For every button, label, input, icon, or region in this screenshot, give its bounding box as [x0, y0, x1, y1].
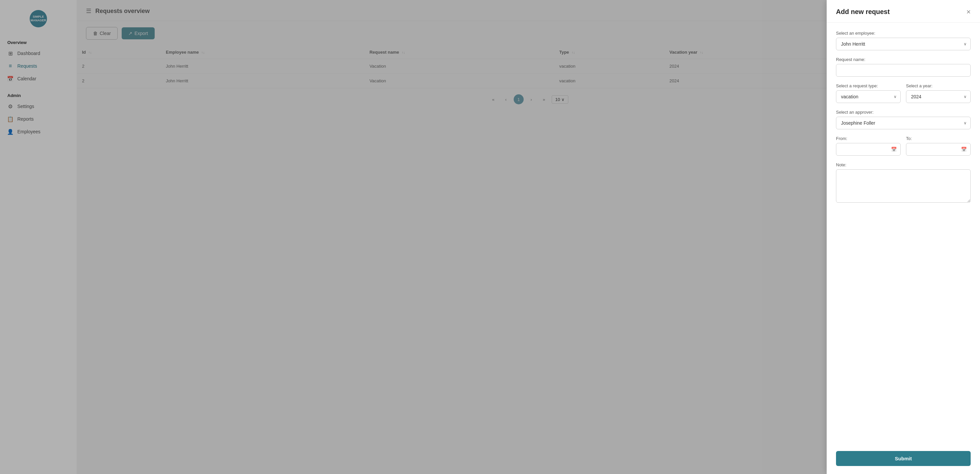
to-group: To: 📅: [906, 136, 970, 156]
employee-select[interactable]: John Herritt: [836, 38, 970, 50]
approver-label: Select an approver:: [836, 110, 970, 115]
from-to-row: From: 📅 To: 📅: [836, 136, 970, 162]
note-textarea[interactable]: [836, 169, 970, 203]
to-date-wrapper: 📅: [906, 143, 970, 156]
approver-select-wrapper: Josephine Foller ∨: [836, 117, 970, 129]
from-date-input[interactable]: [836, 143, 900, 156]
note-group: Note:: [836, 162, 970, 204]
from-group: From: 📅: [836, 136, 900, 156]
request-type-select[interactable]: vacation sick leave personal: [836, 90, 900, 103]
request-type-group: Select a request type: vacation sick lea…: [836, 83, 900, 103]
request-type-select-wrapper: vacation sick leave personal ∨: [836, 90, 900, 103]
year-label: Select a year:: [906, 83, 970, 88]
year-group: Select a year: 2024 2023 2025 ∨: [906, 83, 970, 103]
employee-group: Select an employee: John Herritt ∨: [836, 31, 970, 50]
modal-panel: Add new request × Select an employee: Jo…: [827, 0, 980, 474]
modal-header: Add new request ×: [827, 0, 980, 23]
from-date-wrapper: 📅: [836, 143, 900, 156]
modal-close-button[interactable]: ×: [966, 8, 970, 16]
to-label: To:: [906, 136, 970, 141]
from-label: From:: [836, 136, 900, 141]
year-select-wrapper: 2024 2023 2025 ∨: [906, 90, 970, 103]
year-select[interactable]: 2024 2023 2025: [906, 90, 970, 103]
type-year-row: Select a request type: vacation sick lea…: [836, 83, 970, 110]
request-name-label: Request name:: [836, 57, 970, 62]
employee-label: Select an employee:: [836, 31, 970, 36]
note-label: Note:: [836, 162, 970, 167]
approver-select[interactable]: Josephine Foller: [836, 117, 970, 129]
modal-body: Select an employee: John Herritt ∨ Reque…: [827, 23, 980, 446]
employee-select-wrapper: John Herritt ∨: [836, 38, 970, 50]
request-name-input[interactable]: [836, 64, 970, 77]
submit-button[interactable]: Submit: [836, 451, 970, 466]
approver-group: Select an approver: Josephine Foller ∨: [836, 110, 970, 129]
modal-title: Add new request: [836, 8, 890, 16]
request-type-label: Select a request type:: [836, 83, 900, 88]
request-name-group: Request name:: [836, 57, 970, 77]
modal-footer: Submit: [827, 446, 980, 474]
to-date-input[interactable]: [906, 143, 970, 156]
